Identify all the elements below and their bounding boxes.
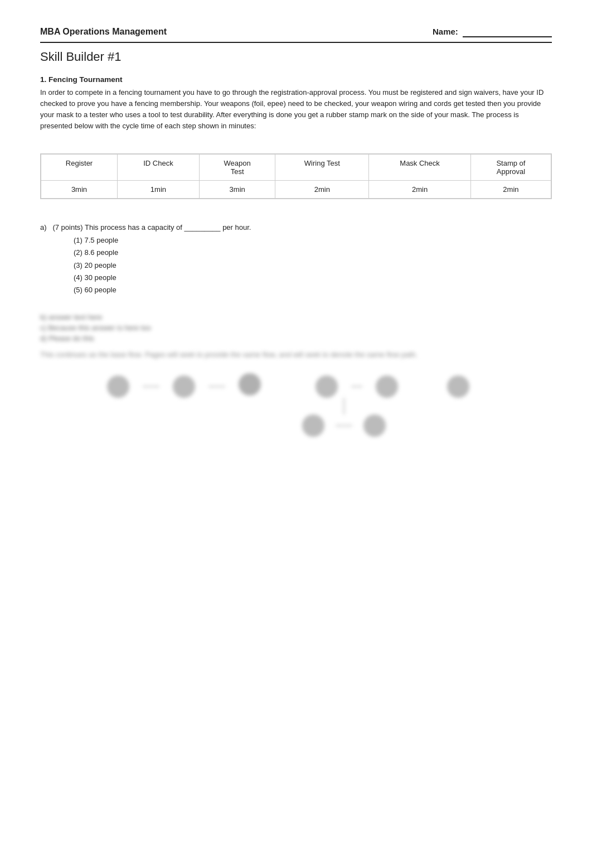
question-a-label: a) — [40, 223, 51, 232]
step-idcheck-time: 1min — [117, 180, 199, 198]
question-a-options: (1) 7.5 people (2) 8.6 people (3) 20 peo… — [74, 234, 552, 296]
option-1: (1) 7.5 people — [74, 234, 552, 247]
section1-body: In order to compete in a fencing tournam… — [40, 87, 552, 132]
section1-title: 1. Fencing Tournament — [40, 75, 552, 84]
question-a-text: (7 points) This process has a capacity o… — [52, 223, 251, 232]
blurred-full-line: This continues as the base flow. Pages w… — [40, 350, 552, 359]
blurred-flow-diagram — [40, 375, 552, 437]
option-4: (4) 30 people — [74, 272, 552, 284]
step-wiring-header: Wiring Test — [275, 154, 369, 180]
process-table: Register ID Check WeaponTest Wiring Test… — [41, 154, 551, 199]
process-time-row: 3min 1min 3min 2min 2min 2min — [41, 180, 551, 198]
step-mask-header: Mask Check — [369, 154, 471, 180]
step-idcheck-header: ID Check — [117, 154, 199, 180]
step-stamp-header: Stamp ofApproval — [470, 154, 551, 180]
header-name-label: Name: — [433, 27, 552, 37]
option-2: (2) 8.6 people — [74, 247, 552, 259]
step-weapon-time: 3min — [199, 180, 275, 198]
qa-section: a) (7 points) This process has a capacit… — [40, 222, 552, 296]
process-header-row: Register ID Check WeaponTest Wiring Test… — [41, 154, 551, 180]
blurred-line-3: d) Please do this — [40, 334, 552, 343]
blurred-answers-block: b) answer text here c) Because this answ… — [40, 313, 552, 343]
option-3: (3) 20 people — [74, 259, 552, 272]
step-wiring-time: 2min — [275, 180, 369, 198]
process-table-wrapper: Register ID Check WeaponTest Wiring Test… — [40, 153, 552, 199]
header-row: MBA Operations Management Name: — [40, 27, 552, 43]
page-container: MBA Operations Management Name: Skill Bu… — [0, 0, 592, 470]
option-5: (5) 60 people — [74, 284, 552, 296]
step-mask-time: 2min — [369, 180, 471, 198]
header-title: MBA Operations Management — [40, 27, 167, 37]
step-weapon-header: WeaponTest — [199, 154, 275, 180]
blurred-line-2: c) Because this answer is here too — [40, 324, 552, 332]
step-register-header: Register — [41, 154, 118, 180]
question-a: a) (7 points) This process has a capacit… — [40, 222, 552, 296]
name-underline — [463, 27, 552, 37]
skill-builder-title: Skill Builder #1 — [40, 50, 552, 64]
blurred-line-1: b) answer text here — [40, 313, 552, 321]
step-register-time: 3min — [41, 180, 118, 198]
step-stamp-time: 2min — [470, 180, 551, 198]
